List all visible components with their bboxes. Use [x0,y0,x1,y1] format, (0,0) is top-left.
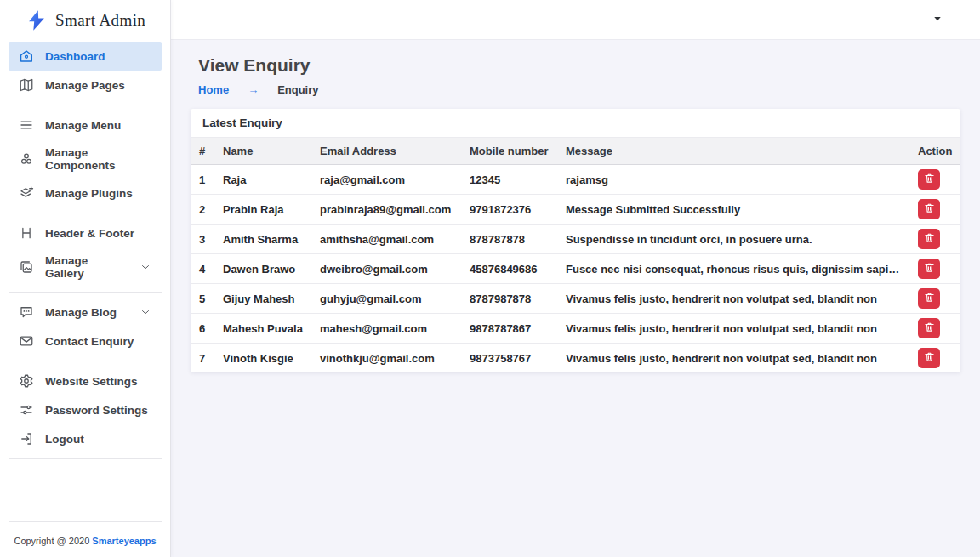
sidebar-divider [9,105,162,105]
sidebar-item-label: Contact Enquiry [45,335,151,348]
sidebar-item-label: Dashboard [45,50,151,63]
cell-name: Amith Sharma [216,225,313,254]
sidebar-divider [9,458,162,459]
table-row: 6Mahesh Puvalamahesh@gmail.com9878787867… [191,314,960,344]
sidebar-footer: Copyright @ 2020 Smarteyeapps [0,521,170,557]
map-icon [19,77,34,93]
cell-index: 2 [191,195,216,225]
chevron-down-icon [140,261,151,273]
main-area: View Enquiry Home → Enquiry Latest Enqui… [171,0,980,557]
cell-index: 3 [191,225,216,254]
trash-icon [924,262,935,276]
cell-email: prabinraja89@gmail.com [313,195,463,225]
header-h-icon [19,225,34,241]
cell-mobile: 878787878 [463,225,559,254]
cell-index: 6 [191,314,216,344]
sidebar: Smart Admin DashboardManage PagesManage … [0,0,171,557]
column-header-action: Action [911,138,960,165]
cell-email: mahesh@gmail.com [313,314,463,344]
column-header-email-address: Email Address [313,138,463,165]
column-header-index: # [191,138,216,165]
trash-icon [924,321,935,335]
sidebar-item-contact-enquiry[interactable]: Contact Enquiry [9,327,162,355]
caret-down-icon [932,14,943,26]
profile-dropdown-button[interactable] [927,9,948,31]
content: View Enquiry Home → Enquiry Latest Enqui… [171,40,980,557]
breadcrumb-home-link[interactable]: Home [198,83,229,96]
delete-enquiry-button[interactable] [918,259,940,279]
chevron-down-icon [140,306,151,318]
cell-message: Message Submitted Successfully [559,195,911,225]
sidebar-item-website-settings[interactable]: Website Settings [9,367,162,395]
sidebar-item-dashboard[interactable]: Dashboard [9,42,162,71]
breadcrumb-arrow-icon: → [248,83,259,96]
cell-index: 4 [191,254,216,284]
sidebar-item-logout[interactable]: Logout [9,424,162,453]
delete-enquiry-button[interactable] [918,318,940,338]
cell-message: Vivamus felis justo, hendrerit non volut… [559,284,911,314]
sidebar-item-manage-pages[interactable]: Manage Pages [9,71,162,99]
trash-icon [924,173,935,186]
column-header-mobile-number: Mobile number [463,138,559,165]
sidebar-item-header-footer[interactable]: Header & Footer [9,219,162,247]
card-title: Latest Enquiry [191,109,960,138]
app-window: Smart Admin DashboardManage PagesManage … [0,0,980,557]
sidebar-item-manage-gallery[interactable]: Manage Gallery [9,247,162,287]
cell-name: Mahesh Puvala [216,314,313,344]
delete-enquiry-button[interactable] [918,199,940,219]
cell-email: raja@gmail.com [313,165,463,195]
sidebar-item-manage-components[interactable]: Manage Components [9,139,162,179]
blog-comment-icon [19,304,34,320]
column-header-name: Name [216,138,313,165]
trash-icon [924,232,935,246]
delete-enquiry-button[interactable] [918,229,940,249]
table-row: 7Vinoth Kisgievinothkju@gmail.com9873758… [191,344,960,373]
cell-message: Suspendisse in tincidunt orci, in posuer… [559,225,911,254]
sidebar-footer-divider [9,521,162,522]
table-body: 1Rajaraja@gmail.com12345rajamsg2Prabin R… [191,165,960,373]
cell-index: 5 [191,284,216,314]
delete-enquiry-button[interactable] [918,288,940,309]
sidebar-item-password-settings[interactable]: Password Settings [9,395,162,424]
mail-icon [19,333,34,349]
cell-message: Fusce nec nisi consequat, rhoncus risus … [559,254,911,284]
sidebar-item-manage-blog[interactable]: Manage Blog [9,298,162,327]
cell-mobile: 9791872376 [463,195,559,225]
delete-enquiry-button[interactable] [918,348,940,368]
sidebar-item-label: Manage Plugins [45,187,151,200]
sidebar-item-label: Password Settings [45,404,151,417]
cell-action [911,165,960,195]
gallery-icon [19,259,34,275]
table-row: 3Amith Sharmaamithsha@gmail.com878787878… [191,225,960,254]
sidebar-item-manage-menu[interactable]: Manage Menu [9,111,162,139]
breadcrumb: Home → Enquiry [198,83,960,96]
sidebar-divider [9,361,162,361]
cell-action [911,254,960,284]
column-header-message: Message [559,138,911,165]
sidebar-item-label: Manage Components [45,146,151,172]
copyright-text: Copyright @ 2020 [14,536,89,546]
sidebar-item-manage-plugins[interactable]: Manage Plugins [9,179,162,207]
breadcrumb-current: Enquiry [277,83,318,96]
sidebar-menu: DashboardManage PagesManage MenuManage C… [0,40,170,464]
delete-enquiry-button[interactable] [918,169,940,190]
cell-action [911,314,960,344]
cell-index: 1 [191,165,216,195]
sidebar-item-label: Manage Pages [45,79,151,92]
cell-action [911,225,960,254]
components-icon [19,151,34,167]
cell-mobile: 12345 [463,165,559,195]
table-row: 5Gijuy Maheshguhyju@gmail.com8787987878V… [191,284,960,314]
brand[interactable]: Smart Admin [0,0,170,40]
cell-message: rajamsg [559,165,911,195]
trash-icon [924,351,935,365]
sidebar-item-label: Manage Blog [45,306,128,319]
layers-plus-icon [19,185,34,201]
smarteyeapps-link[interactable]: Smarteyeapps [92,536,156,546]
sidebar-divider [9,292,162,293]
sidebar-item-label: Logout [45,433,151,446]
gear-icon [19,373,34,389]
trash-icon [924,292,935,305]
sidebar-item-label: Header & Footer [45,227,151,240]
trash-icon [924,202,935,216]
